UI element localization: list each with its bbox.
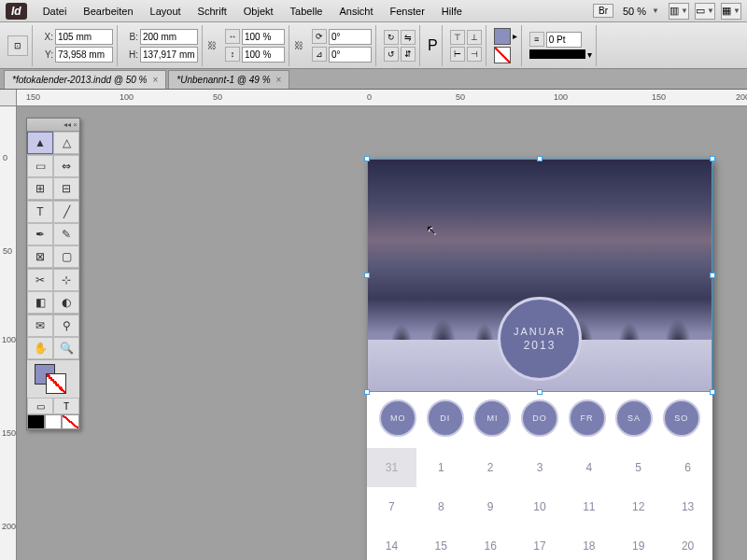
close-icon[interactable]: × (73, 120, 78, 129)
tool-selection[interactable]: ▲ (27, 132, 53, 154)
rotate-input[interactable]: 0° (329, 29, 372, 45)
tool-pencil[interactable]: ✎ (53, 223, 79, 245)
calendar-cell: 7 (367, 487, 416, 526)
tool-eyedropper[interactable]: ⚲ (53, 315, 79, 337)
menu-edit[interactable]: Bearbeiten (75, 2, 141, 21)
align-icon-4[interactable]: ⊣ (467, 47, 482, 62)
close-icon[interactable]: × (276, 75, 282, 85)
tool-gap[interactable]: ⇔ (53, 155, 79, 177)
zoom-level-dropdown[interactable]: 50 %▼ (619, 4, 663, 19)
weekday-mi: MI (473, 399, 511, 437)
bridge-button[interactable]: Br (593, 4, 613, 18)
ruler-mark: 150 (2, 428, 16, 438)
tool-note[interactable]: ✉ (27, 315, 53, 337)
tool-direct-selection[interactable]: △ (53, 132, 79, 154)
constrain-scale-icon[interactable]: ⛓ (293, 30, 304, 62)
tab-fotokalender[interactable]: *fotokalender-2013.indd @ 50 %× (4, 70, 166, 89)
formatting-text[interactable]: T (53, 398, 79, 414)
tool-hand[interactable]: ✋ (27, 337, 53, 359)
tool-content-collector[interactable]: ⊞ (27, 177, 53, 200)
tool-line[interactable]: ╱ (53, 201, 79, 223)
reference-point-proxy[interactable]: ⊡ (7, 35, 28, 56)
chevron-down-icon[interactable]: ▸ (513, 31, 517, 41)
menu-type[interactable]: Schrift (190, 2, 235, 21)
menu-view[interactable]: Ansicht (331, 2, 381, 21)
tool-free-transform[interactable]: ⊹ (53, 269, 79, 291)
apply-black[interactable] (27, 414, 45, 429)
tool-page[interactable]: ▭ (27, 155, 53, 177)
flip-h-icon[interactable]: ⇋ (401, 30, 416, 45)
h-label: H: (125, 49, 138, 60)
rotate-cw-icon[interactable]: ↻ (384, 30, 399, 45)
rotate-icon: ⟳ (312, 29, 327, 44)
horizontal-ruler[interactable]: 150 100 50 0 50 100 150 200 (17, 90, 747, 106)
align-icon-1[interactable]: ⊤ (450, 30, 465, 45)
calendar-cell: 5 (613, 448, 663, 487)
x-label: X: (40, 32, 53, 42)
ruler-mark: 50 (456, 92, 465, 102)
menu-file[interactable]: Datei (35, 2, 76, 21)
menu-table[interactable]: Tabelle (282, 2, 331, 21)
stroke-box[interactable] (46, 373, 66, 394)
view-options-button[interactable]: ▥▼ (669, 3, 689, 20)
shear-input[interactable]: 0° (329, 47, 372, 63)
formatting-container[interactable]: ▭ (27, 398, 53, 414)
menu-help[interactable]: Hilfe (433, 2, 471, 21)
vertical-ruler[interactable]: 0 50 100 150 200 (0, 106, 17, 560)
constrain-proportions-icon[interactable]: ⛓ (206, 30, 218, 62)
y-input[interactable]: 73,958 mm (55, 47, 113, 63)
y-label: Y: (40, 49, 53, 60)
ruler-mark: 200 (736, 92, 747, 102)
scale-y-input[interactable]: 100 % (242, 47, 285, 63)
ruler-mark: 50 (3, 246, 12, 256)
fill-swatch[interactable] (494, 28, 511, 45)
fill-stroke-proxy[interactable] (27, 360, 79, 398)
canvas[interactable]: JANUAR 2013 MO DI MI DO FR SA SO 3112345… (17, 106, 747, 560)
shear-icon: ⊿ (312, 47, 327, 62)
tab-unbenannt[interactable]: *Unbenannt-1 @ 49 %× (168, 70, 289, 89)
tool-gradient-swatch[interactable]: ◧ (27, 291, 53, 314)
tool-rectangle[interactable]: ▢ (53, 245, 79, 268)
toolbox-panel[interactable]: ◂◂× ▲△▭⇔⊞⊟T╱✒✎⊠▢✂⊹◧◐✉⚲✋🔍▭T (26, 118, 80, 430)
scale-x-input[interactable]: 100 % (242, 29, 285, 45)
screen-mode-button[interactable]: ▭▼ (695, 3, 715, 20)
apply-none[interactable] (62, 414, 79, 429)
h-input[interactable]: 137,917 mm (140, 47, 198, 63)
month-label: JANUAR (514, 326, 566, 337)
collapse-icon[interactable]: ◂◂ (63, 120, 71, 129)
menu-layout[interactable]: Layout (142, 2, 190, 21)
stroke-weight-input[interactable]: 0 Pt (546, 32, 582, 48)
w-input[interactable]: 200 mm (140, 29, 198, 45)
menu-window[interactable]: Fenster (382, 2, 433, 21)
rotate-ccw-icon[interactable]: ↺ (384, 47, 399, 62)
ruler-origin[interactable] (0, 90, 17, 106)
scale-x-icon: ↔ (225, 29, 240, 44)
document-page[interactable]: JANUAR 2013 MO DI MI DO FR SA SO 3112345… (367, 159, 712, 560)
month-badge[interactable]: JANUAR 2013 (498, 297, 582, 381)
align-icon-3[interactable]: ⊢ (450, 47, 465, 62)
stroke-style-dropdown[interactable] (529, 49, 585, 59)
x-input[interactable]: 105 mm (55, 29, 113, 45)
tool-pen[interactable]: ✒ (27, 223, 53, 245)
tool-content-placer[interactable]: ⊟ (53, 177, 79, 200)
calendar-cell: 4 (564, 448, 613, 487)
tool-scissors[interactable]: ✂ (27, 269, 53, 291)
calendar-grid: 311234567891011121314151617181920 (367, 448, 712, 560)
ruler-mark: 100 (2, 335, 16, 344)
stroke-swatch[interactable] (494, 47, 511, 63)
align-icon-2[interactable]: ⊥ (467, 30, 482, 45)
toolbox-header[interactable]: ◂◂× (27, 119, 79, 132)
tool-rectangle-frame[interactable]: ⊠ (27, 245, 53, 268)
flip-v-icon[interactable]: ⇵ (401, 47, 416, 62)
tool-type[interactable]: T (27, 201, 53, 223)
arrange-documents-button[interactable]: ▦▼ (721, 3, 741, 20)
calendar-cell: 1 (416, 448, 466, 487)
tool-zoom[interactable]: 🔍 (53, 337, 79, 359)
ruler-mark: 0 (3, 153, 7, 162)
menu-object[interactable]: Objekt (235, 2, 282, 21)
tool-gradient-feather[interactable]: ◐ (53, 291, 79, 314)
apply-white[interactable] (45, 414, 63, 429)
close-icon[interactable]: × (153, 75, 159, 85)
calendar-cell: 11 (564, 487, 613, 526)
chevron-down-icon[interactable]: ▾ (587, 49, 592, 60)
